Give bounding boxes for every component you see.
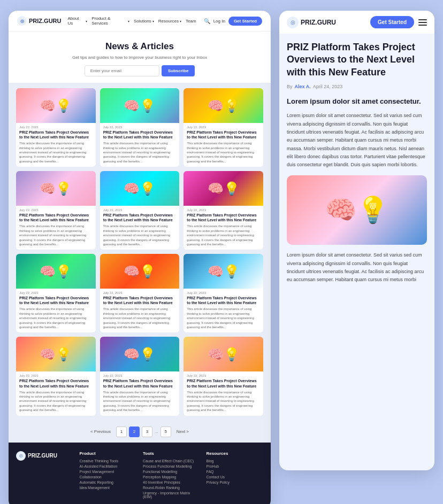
- article-date: July 22, 2023: [103, 126, 177, 129]
- logo-text: PRIZ.GURU: [29, 18, 62, 24]
- article-card[interactable]: 🧠💡 July 22, 2023 PRIZ Platform Takes Pro…: [16, 254, 96, 332]
- footer-product-link-1[interactable]: AI-Assisted Facilitation: [80, 464, 137, 468]
- article-title: PRIZ Platform Takes Project Overviews to…: [187, 378, 260, 388]
- footer-product-col: Product Creative Thinking Tools AI-Assis…: [80, 451, 137, 500]
- meta-author[interactable]: Alex A.: [295, 84, 311, 89]
- article-excerpt: This article discusses the importance of…: [187, 390, 260, 413]
- logo[interactable]: ◎ PRIZ.GURU: [17, 16, 62, 26]
- article-card[interactable]: 🧠💡 July 22, 2023 PRIZ Platform Takes Pro…: [184, 88, 263, 167]
- article-excerpt: This article discusses the importance of…: [103, 307, 177, 329]
- right-get-started-button[interactable]: Get Started: [370, 16, 414, 28]
- nav-about[interactable]: About Us: [68, 16, 88, 26]
- article-main-title: PRIZ Platform Takes Project Overviews to…: [287, 41, 427, 79]
- article-title: PRIZ Platform Takes Project Overviews to…: [103, 296, 177, 305]
- subscribe-form: Subscribe: [17, 65, 262, 76]
- article-thumbnail: 🧠💡: [16, 254, 96, 289]
- nav-team[interactable]: Team: [186, 16, 197, 26]
- article-date: July 22, 2023: [187, 126, 260, 129]
- article-date: July 22, 2023: [103, 374, 177, 377]
- article-thumbnail: 🧠💡: [100, 337, 180, 371]
- article-card[interactable]: 🧠💡 July 22, 2023 PRIZ Platform Takes Pro…: [184, 337, 263, 415]
- footer-tools-link-4[interactable]: 40 Inventive Principles: [143, 480, 200, 484]
- articles-grid: 🧠💡 July 22, 2023 PRIZ Platform Takes Pro…: [16, 88, 263, 416]
- hamburger-line-1: [418, 19, 427, 20]
- footer-resources-link-1[interactable]: ProHub: [207, 464, 264, 468]
- article-content: PRIZ Platform Takes Project Overviews to…: [279, 34, 434, 292]
- pagination: < Previous 1 2 3 ... 5 Next >: [9, 421, 271, 443]
- prev-page-button[interactable]: < Previous: [87, 428, 114, 435]
- article-date: July 22, 2023: [187, 291, 260, 294]
- article-thumbnail: 🧠💡: [184, 337, 263, 371]
- article-card[interactable]: 🧠💡 July 22, 2023 PRIZ Platform Takes Pro…: [100, 254, 180, 332]
- article-card[interactable]: 🧠💡 July 22, 2023 PRIZ Platform Takes Pro…: [100, 171, 180, 250]
- article-title: PRIZ Platform Takes Project Overviews to…: [19, 213, 93, 222]
- footer-resources-col: Resources Blog ProHub FAQ Contact Us Pri…: [207, 451, 264, 500]
- article-date: July 22, 2023: [19, 291, 93, 294]
- page-ellipsis: ...: [155, 429, 158, 434]
- footer-tools-link-0[interactable]: Cause and Effect Chain (CEC): [143, 459, 200, 463]
- nav-actions: 🔍 Log In Get Started: [204, 17, 262, 26]
- article-card[interactable]: 🧠💡 July 22, 2023 PRIZ Platform Takes Pro…: [184, 254, 263, 332]
- hamburger-line-3: [418, 25, 427, 26]
- page-5-button[interactable]: 5: [161, 427, 171, 437]
- footer-resources-link-3[interactable]: Contact Us: [207, 475, 264, 479]
- article-date: July 22, 2023: [19, 374, 93, 377]
- footer-tools-link-2[interactable]: Functional Modelling: [143, 470, 200, 474]
- hamburger-line-2: [418, 22, 427, 23]
- footer: ◎ PRIZ.GURU Product Creative Thinking To…: [9, 443, 271, 504]
- article-thumbnail: 🧠💡: [184, 88, 263, 123]
- article-title: PRIZ Platform Takes Project Overviews to…: [19, 296, 93, 305]
- footer-resources-link-2[interactable]: FAQ: [207, 470, 264, 474]
- nav-links: About Us Product & Services Solutions Re…: [68, 16, 197, 26]
- article-excerpt: This article discusses the importance of…: [187, 307, 260, 329]
- right-logo-icon: ◎: [287, 17, 299, 28]
- article-title: PRIZ Platform Takes Project Overviews to…: [187, 296, 260, 305]
- article-card[interactable]: 🧠💡 July 22, 2023 PRIZ Platform Takes Pro…: [16, 337, 96, 415]
- footer-tools-link-1[interactable]: Process Functional Modelling: [143, 464, 200, 468]
- article-date: July 22, 2023: [187, 208, 260, 212]
- footer-product-link-5[interactable]: Idea Management: [80, 486, 137, 490]
- page-1-button[interactable]: 1: [116, 427, 127, 437]
- login-link[interactable]: Log In: [213, 19, 225, 24]
- next-page-button[interactable]: Next >: [173, 428, 192, 435]
- subscribe-button[interactable]: Subscribe: [162, 65, 195, 76]
- nav-resources[interactable]: Resources: [158, 16, 181, 26]
- footer-tools-link-3[interactable]: Perception Mapping: [143, 475, 200, 479]
- footer-product-link-3[interactable]: Collaboration: [80, 475, 137, 479]
- hamburger-menu[interactable]: [418, 19, 427, 26]
- right-nav: ◎ PRIZ.GURU Get Started: [279, 11, 434, 34]
- article-feature-image: 🧠💡: [287, 175, 427, 245]
- search-icon[interactable]: 🔍: [204, 18, 210, 24]
- article-card[interactable]: 🧠💡 July 22, 2023 PRIZ Platform Takes Pro…: [16, 171, 96, 250]
- footer-logo: ◎ PRIZ.GURU: [16, 451, 73, 461]
- nav-solutions[interactable]: Solutions: [134, 16, 154, 26]
- article-excerpt: This article discusses the importance of…: [187, 141, 260, 164]
- article-excerpt: This article discusses the importance of…: [19, 224, 93, 246]
- logo-icon: ◎: [17, 16, 27, 26]
- nav-products[interactable]: Product & Services: [91, 16, 129, 26]
- get-started-button[interactable]: Get Started: [228, 17, 262, 26]
- article-excerpt: This article discusses the importance of…: [103, 390, 177, 413]
- article-card[interactable]: 🧠💡 July 22, 2023 PRIZ Platform Takes Pro…: [184, 171, 263, 250]
- left-panel: ◎ PRIZ.GURU About Us Product & Services …: [9, 11, 271, 504]
- footer-resources-link-4[interactable]: Privacy Policy: [207, 480, 264, 484]
- email-input[interactable]: [85, 65, 159, 76]
- article-thumbnail: 🧠💡: [16, 337, 96, 371]
- article-card[interactable]: 🧠💡 July 22, 2023 PRIZ Platform Takes Pro…: [100, 88, 180, 167]
- footer-product-title: Product: [80, 451, 137, 456]
- article-date: July 22, 2023: [103, 291, 177, 294]
- article-card[interactable]: 🧠💡 July 22, 2023 PRIZ Platform Takes Pro…: [100, 337, 180, 415]
- nav-bar: ◎ PRIZ.GURU About Us Product & Services …: [9, 11, 271, 32]
- page-3-button[interactable]: 3: [142, 427, 152, 437]
- footer-product-link-4[interactable]: Automatic Reporting: [80, 480, 137, 484]
- footer-tools-link-6[interactable]: Urgency - Importance Matrix (EIM): [143, 491, 200, 499]
- article-title: PRIZ Platform Takes Project Overviews to…: [187, 130, 260, 139]
- footer-product-link-2[interactable]: Project Management: [80, 470, 137, 474]
- article-title: PRIZ Platform Takes Project Overviews to…: [103, 213, 177, 222]
- footer-resources-link-0[interactable]: Blog: [207, 459, 264, 463]
- article-card[interactable]: 🧠💡 July 22, 2023 PRIZ Platform Takes Pro…: [16, 88, 96, 167]
- footer-tools-link-5[interactable]: Round-Robin Ranking: [143, 486, 200, 490]
- footer-product-link-0[interactable]: Creative Thinking Tools: [80, 459, 137, 463]
- page-2-button[interactable]: 2: [129, 427, 140, 437]
- right-logo[interactable]: ◎ PRIZ.GURU: [287, 17, 336, 28]
